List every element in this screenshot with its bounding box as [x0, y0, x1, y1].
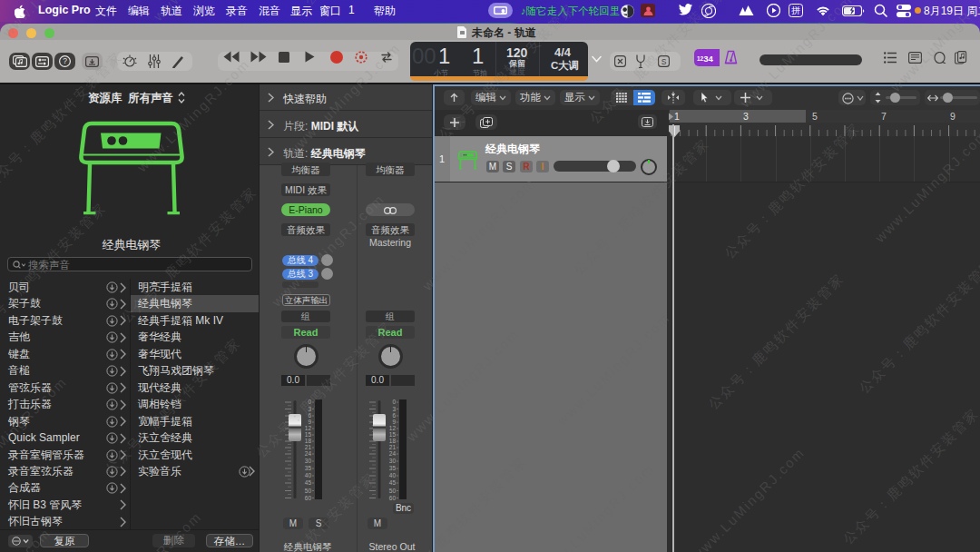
svg-text:6: 6 — [308, 412, 311, 419]
svg-text:50: 50 — [389, 488, 397, 494]
svg-text:0: 0 — [308, 399, 311, 405]
svg-text:21: 21 — [305, 444, 312, 450]
svg-text:24: 24 — [305, 450, 312, 457]
svg-text:9: 9 — [392, 419, 396, 425]
svg-text:6: 6 — [392, 412, 396, 419]
svg-text:18: 18 — [389, 438, 397, 444]
svg-text:21: 21 — [389, 444, 397, 450]
svg-text:S: S — [662, 57, 667, 66]
svg-text:24: 24 — [389, 450, 397, 457]
svg-text:15: 15 — [305, 431, 312, 438]
svg-text:60: 60 — [389, 495, 397, 501]
svg-text:15: 15 — [389, 431, 397, 438]
svg-text:9: 9 — [308, 419, 311, 425]
svg-text:35: 35 — [389, 465, 397, 471]
svg-text:12: 12 — [389, 425, 397, 431]
svg-text:50: 50 — [305, 488, 312, 494]
svg-text:?: ? — [63, 56, 67, 65]
svg-text:45: 45 — [389, 479, 397, 486]
svg-text:40: 40 — [389, 472, 397, 478]
svg-text:45: 45 — [305, 479, 312, 486]
svg-text:12: 12 — [305, 425, 312, 431]
svg-text:0: 0 — [392, 399, 396, 405]
svg-text:18: 18 — [305, 438, 312, 444]
svg-text:3: 3 — [308, 406, 311, 412]
svg-text:40: 40 — [305, 472, 312, 478]
svg-text:35: 35 — [305, 465, 312, 471]
svg-text:30: 30 — [389, 458, 397, 464]
svg-text:30: 30 — [305, 458, 312, 464]
svg-text:3: 3 — [392, 406, 396, 412]
svg-text:60: 60 — [305, 495, 312, 501]
